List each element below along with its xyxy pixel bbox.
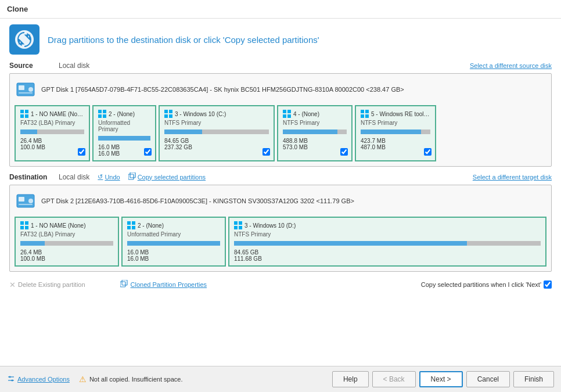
dest-win-icon-3 (234, 221, 242, 229)
svg-rect-26 (130, 172, 135, 178)
source-p2-bar (98, 136, 150, 141)
svg-rect-41 (234, 226, 238, 229)
svg-rect-7 (20, 114, 24, 118)
title-label: Clone (7, 5, 28, 13)
svg-rect-4 (19, 92, 33, 93)
source-partition-1: 1 - NO NAME (None) FAT32 (LBA) Primary 2… (15, 105, 90, 161)
dest-p1-bar (20, 241, 113, 246)
destination-section-row: Destination Local disk ↺ Undo Copy selec… (9, 172, 552, 181)
dest-p1-type: FAT32 (LBA) Primary (20, 231, 113, 238)
source-p1-type: FAT32 (LBA) Primary (20, 120, 84, 126)
svg-rect-38 (132, 226, 135, 229)
cancel-button[interactable]: Cancel (466, 371, 510, 387)
select-source-link[interactable]: Select a different source disk (470, 62, 552, 69)
copy-when-input[interactable] (544, 280, 552, 289)
source-p4-name: 4 - (None) (293, 111, 319, 117)
dest-label: Destination (9, 173, 53, 181)
next-button[interactable]: Next > (419, 371, 463, 387)
source-partition-list: 1 - NO NAME (None) FAT32 (LBA) Primary 2… (15, 105, 546, 161)
dest-p1-name: 1 - NO NAME (None) (31, 222, 85, 229)
undo-button[interactable]: ↺ Undo (98, 173, 120, 181)
svg-rect-34 (25, 226, 28, 229)
dest-win-icon-2 (127, 221, 135, 229)
svg-rect-36 (132, 221, 135, 225)
svg-rect-40 (239, 221, 242, 225)
dest-p3-name: 3 - Windows 10 (D:) (244, 222, 296, 229)
source-p5-name: 5 - Windows RE tools (N (371, 111, 430, 117)
source-p5-bar (361, 130, 430, 134)
select-target-link[interactable]: Select a different target disk (473, 174, 552, 181)
back-button[interactable]: < Back (372, 371, 416, 387)
cloned-props-section[interactable]: Cloned Partition Properties (120, 280, 207, 289)
source-p3-name: 3 - Windows 10 (C:) (175, 111, 226, 117)
source-p2-checkbox[interactable] (144, 148, 152, 156)
svg-rect-44 (122, 280, 127, 285)
svg-rect-17 (283, 110, 286, 113)
source-p4-type: NTFS Primary (283, 120, 347, 126)
copy-selected-button[interactable]: Copy selected partitions (128, 172, 206, 181)
svg-rect-5 (20, 110, 24, 113)
dest-p3-type: NTFS Primary (234, 231, 541, 238)
dest-p2-type: Unformatted Primary (127, 231, 220, 238)
source-partition-3: 3 - Windows 10 (C:) NTFS Primary 84.65 G… (159, 105, 275, 161)
dest-p2-sizes: 16.0 MB 16.0 MB (127, 249, 220, 262)
advanced-options-button[interactable]: Advanced Options (7, 375, 70, 384)
source-p3-type: NTFS Primary (164, 120, 269, 126)
source-p2-type: Unformatted Primary (98, 120, 150, 132)
sliders-icon (7, 375, 15, 384)
svg-point-46 (9, 376, 11, 378)
delete-label: Delete Existing partition (18, 281, 85, 288)
help-button[interactable]: Help (332, 371, 369, 387)
source-partition-2: 2 - (None) Unformatted Primary 16.0 MB 1… (92, 105, 156, 161)
source-p4-sizes: 488.8 MB 573.0 MB (283, 138, 347, 150)
source-p1-checkbox[interactable] (78, 148, 85, 156)
source-p2-name: 2 - (None) (109, 111, 135, 117)
source-p5-sizes: 423.7 MB 487.0 MB (361, 138, 430, 150)
copy-icon (128, 172, 136, 181)
svg-rect-23 (361, 114, 364, 118)
source-p4-bar (283, 130, 347, 134)
win-icon-5 (361, 110, 369, 118)
dest-p3-sizes: 84.65 GB 111.68 GB (234, 249, 541, 262)
dest-disk-icon (15, 190, 37, 212)
finish-button[interactable]: Finish (513, 371, 554, 387)
svg-rect-10 (103, 110, 106, 113)
svg-rect-21 (361, 110, 364, 113)
svg-rect-18 (287, 110, 291, 113)
svg-rect-12 (103, 114, 106, 118)
source-p3-checkbox[interactable] (262, 148, 270, 156)
cloned-props-icon (120, 280, 128, 289)
source-p1-name: 1 - NO NAME (None) (31, 111, 84, 117)
win-icon-3 (164, 110, 172, 118)
source-p4-checkbox[interactable] (340, 148, 348, 156)
source-section-row: Source Local disk Select a different sou… (9, 62, 552, 70)
svg-rect-24 (365, 114, 369, 118)
undo-label: Undo (105, 174, 120, 181)
copy-label: Copy selected partitions (138, 174, 206, 181)
source-label: Source (9, 62, 53, 70)
svg-rect-20 (287, 114, 291, 118)
win-icon-2 (98, 110, 106, 118)
source-p2-sizes: 16.0 MB 16.0 MB (98, 144, 150, 157)
svg-point-3 (28, 87, 33, 92)
delete-partition-section: ✕ Delete Existing partition (9, 280, 85, 289)
footer: Advanced Options ⚠ Not all copied. Insuf… (0, 366, 561, 392)
clone-header: Drag partitions to the destination disk … (9, 24, 552, 55)
undo-icon: ↺ (98, 173, 103, 181)
win-icon-1 (20, 110, 28, 118)
advanced-options-label: Advanced Options (17, 376, 70, 383)
delete-x-icon: ✕ (9, 280, 16, 289)
svg-rect-31 (20, 221, 24, 225)
svg-rect-30 (19, 204, 33, 205)
svg-rect-15 (164, 114, 168, 118)
source-partition-5: 5 - Windows RE tools (N NTFS Primary 423… (355, 105, 436, 161)
source-disk-panel: GPT Disk 1 [7654A5D7-079B-4F71-8C55-22C0… (9, 73, 552, 167)
svg-rect-33 (20, 226, 24, 229)
source-p5-checkbox[interactable] (424, 148, 431, 156)
dest-partition-list: 1 - NO NAME (None) FAT32 (LBA) Primary 2… (15, 217, 546, 267)
dest-p1-sizes: 26.4 MB 100.0 MB (20, 249, 113, 262)
footer-buttons: Help < Back Next > Cancel Finish (332, 371, 554, 387)
svg-rect-25 (128, 174, 134, 179)
source-disk-icon (15, 78, 37, 100)
main-content: Drag partitions to the destination disk … (0, 19, 561, 366)
